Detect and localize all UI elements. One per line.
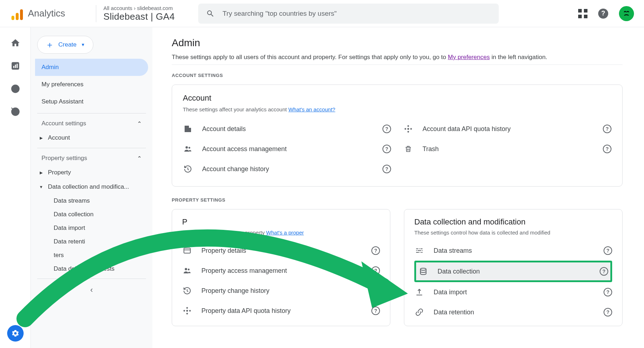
streams-icon xyxy=(414,246,424,256)
sidebar-account-settings-header[interactable]: Account settings ⌃ xyxy=(35,116,148,131)
svg-rect-3 xyxy=(15,65,16,68)
help-icon[interactable]: ? xyxy=(603,125,611,133)
triangle-down-icon: ▼ xyxy=(39,185,44,189)
setting-property-api-quota[interactable]: Property data API quota history ? xyxy=(182,301,380,321)
explore-icon[interactable] xyxy=(10,84,20,94)
setting-data-retention[interactable]: Data retention ? xyxy=(414,302,612,322)
product-name: Analytics xyxy=(28,8,65,19)
svg-rect-2 xyxy=(13,66,14,68)
svg-point-23 xyxy=(420,268,426,270)
help-icon[interactable]: ? xyxy=(604,288,612,296)
svg-rect-19 xyxy=(186,313,188,315)
upload-icon xyxy=(414,287,424,297)
sidebar-property-settings-header[interactable]: Property settings ⌃ xyxy=(35,151,148,165)
reports-icon[interactable] xyxy=(10,61,20,71)
create-button[interactable]: ＋ Create ▼ xyxy=(37,36,93,54)
account-card-title: Account xyxy=(183,93,611,103)
svg-rect-10 xyxy=(407,125,409,127)
avatar[interactable] xyxy=(619,6,634,21)
chevron-up-icon: ⌃ xyxy=(137,120,142,127)
help-icon[interactable]: ? xyxy=(603,145,611,153)
search-input[interactable] xyxy=(223,10,491,18)
account-settings-label: ACCOUNT SETTINGS xyxy=(172,73,623,78)
svg-point-9 xyxy=(189,147,190,149)
setting-data-collection[interactable]: Data collection ? xyxy=(414,261,612,282)
help-icon[interactable]: ? xyxy=(604,246,612,255)
sidebar-item-setup-assistant[interactable]: Setup Assistant xyxy=(35,93,148,110)
setting-property-history[interactable]: Property change history ? xyxy=(182,281,380,301)
triangle-right-icon: ▶ xyxy=(39,170,44,175)
svg-rect-15 xyxy=(184,248,190,253)
help-icon[interactable]: ? xyxy=(371,266,380,275)
chevron-up-icon: ⌃ xyxy=(137,155,142,162)
property-settings-label: PROPERTY SETTINGS xyxy=(172,197,623,203)
setting-property-details[interactable]: Property details ? xyxy=(182,241,380,261)
sidebar-item-data-retention[interactable]: Data retenti xyxy=(35,235,148,248)
setting-account-api-quota[interactable]: Account data API quota history ? xyxy=(403,119,611,139)
sidebar-item-data-deletion[interactable]: Data deletion requests xyxy=(35,262,148,276)
page-description: These settings apply to all users of thi… xyxy=(172,54,623,61)
help-icon[interactable]: ? xyxy=(371,246,380,255)
svg-point-0 xyxy=(621,9,631,19)
setting-account-access[interactable]: Account access management ? xyxy=(183,139,391,159)
sidebar-item-property[interactable]: ▶ Property xyxy=(35,165,148,180)
advertising-icon[interactable] xyxy=(10,107,20,117)
setting-data-import[interactable]: Data import ? xyxy=(414,282,612,302)
divider xyxy=(37,148,146,148)
svg-point-14 xyxy=(408,128,409,130)
svg-rect-11 xyxy=(407,131,409,133)
account-label: Account xyxy=(48,134,70,141)
property-card-title: P xyxy=(182,217,380,227)
help-icon[interactable]: ? xyxy=(371,286,380,295)
svg-point-17 xyxy=(188,269,190,270)
sidebar-item-admin[interactable]: Admin xyxy=(35,59,148,76)
sidebar-item-data-collection-mod[interactable]: ▼ Data collection and modifica... xyxy=(35,180,148,194)
svg-point-22 xyxy=(186,310,188,312)
account-card-sub: These settings affect your analytics acc… xyxy=(183,106,611,112)
sidebar-item-data-streams[interactable]: Data streams xyxy=(35,194,148,208)
logo-area: Analytics xyxy=(10,7,96,20)
my-preferences-link[interactable]: My preferences xyxy=(448,54,490,61)
help-icon[interactable]: ? xyxy=(604,308,612,316)
data-col-mod-label: Data collection and modifica... xyxy=(48,183,129,190)
data-collection-card-title: Data collection and modification xyxy=(414,217,612,227)
main-content: Admin These settings apply to all users … xyxy=(152,27,644,348)
whats-a-property-link[interactable]: What's a proper xyxy=(266,229,304,236)
help-icon[interactable]: ? xyxy=(382,165,391,173)
breadcrumb-property: Slidebeast | GA4 xyxy=(103,11,189,22)
setting-account-details[interactable]: Account details ? xyxy=(183,119,391,139)
search-icon xyxy=(206,9,215,18)
help-icon[interactable]: ? xyxy=(382,125,391,133)
help-icon[interactable]: ? xyxy=(598,9,608,19)
chevron-down-icon: ▼ xyxy=(81,42,85,47)
setting-trash[interactable]: Trash ? xyxy=(403,139,611,159)
header-actions: ? xyxy=(578,6,634,21)
sidebar-item-data-import[interactable]: Data import xyxy=(35,221,148,235)
sidebar-item-data-collection[interactable]: Data collection xyxy=(35,208,148,221)
svg-rect-18 xyxy=(186,307,188,309)
help-icon[interactable]: ? xyxy=(371,306,380,315)
breadcrumb-domain: slidebeast.com xyxy=(137,5,173,11)
divider xyxy=(172,64,623,65)
help-icon[interactable]: ? xyxy=(600,267,608,276)
sidebar-item-data-filters[interactable]: ters xyxy=(35,248,148,262)
setting-data-streams[interactable]: Data streams ? xyxy=(414,241,612,261)
property-card-sub: These settings affect your property What… xyxy=(182,229,380,236)
apps-launcher-icon[interactable] xyxy=(578,9,587,18)
search-bar[interactable] xyxy=(198,4,499,24)
setting-account-history[interactable]: Account change history ? xyxy=(183,159,391,179)
whats-an-account-link[interactable]: What's an account? xyxy=(288,106,335,112)
admin-fab[interactable] xyxy=(7,325,24,342)
svg-rect-21 xyxy=(189,310,191,312)
sidebar-item-my-preferences[interactable]: My preferences xyxy=(35,76,148,93)
home-icon[interactable] xyxy=(10,38,20,48)
sidebar-collapse-icon[interactable]: ‹ xyxy=(90,285,93,295)
analytics-logo-icon xyxy=(10,7,23,20)
breadcrumb[interactable]: All accounts › slidebeast.com Slidebeast… xyxy=(96,5,196,22)
svg-point-16 xyxy=(185,268,187,270)
setting-property-access[interactable]: Property access management ? xyxy=(182,261,380,281)
breadcrumb-accounts: All accounts xyxy=(103,5,132,11)
sidebar-item-account[interactable]: ▶ Account xyxy=(35,131,148,145)
triangle-right-icon: ▶ xyxy=(39,136,44,140)
help-icon[interactable]: ? xyxy=(382,145,391,153)
